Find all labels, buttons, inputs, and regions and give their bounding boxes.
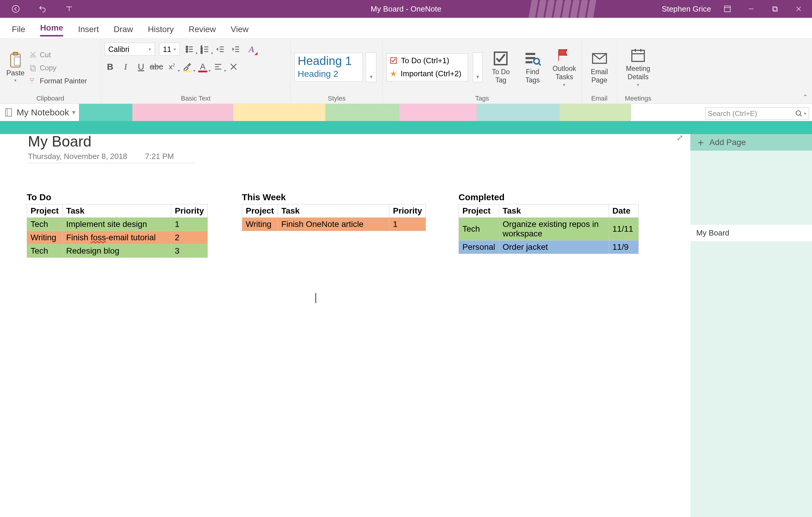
search-icon	[795, 110, 803, 118]
expand-icon[interactable]: ⤢	[676, 133, 683, 143]
window-title: My Board - OneNote	[371, 4, 441, 13]
tags-expand-button[interactable]: ▾	[473, 53, 483, 82]
ribbon-group-clipboard: Paste ▾ Cut Copy Format Painter Clipboar…	[0, 38, 101, 103]
outlook-tasks-button[interactable]: Outlook Tasks▾	[551, 47, 578, 88]
delete-button[interactable]	[228, 61, 239, 72]
strikethrough-button[interactable]: abc	[151, 61, 162, 72]
styles-expand-button[interactable]: ▾	[366, 53, 376, 82]
board-completed[interactable]: Completed Project Task Date Tech Organiz…	[459, 192, 642, 254]
ribbon-group-label: Clipboard	[4, 93, 97, 102]
board-title: This Week	[242, 192, 426, 202]
menu-insert[interactable]: Insert	[78, 25, 99, 36]
star-icon: ★	[390, 69, 397, 79]
notebook-icon	[4, 108, 13, 118]
notebook-row: My Notebook ▾ Search (Ctrl+E) ▾	[0, 104, 812, 121]
chevron-down-icon: ▾	[72, 109, 76, 116]
bold-button[interactable]: B	[105, 61, 116, 72]
paste-button[interactable]: Paste ▾	[4, 52, 27, 83]
find-tags-button[interactable]: Find Tags	[519, 50, 546, 84]
table-row[interactable]: Tech Implement site design 1	[27, 218, 208, 231]
svg-point-7	[30, 56, 32, 58]
ribbon-display-icon[interactable]	[720, 1, 735, 16]
underline-button[interactable]: U	[135, 61, 147, 72]
board-title: To Do	[27, 192, 208, 202]
back-icon[interactable]	[8, 1, 23, 16]
chevron-down-icon: ▾	[563, 82, 566, 88]
undo-icon[interactable]	[35, 1, 50, 16]
ribbon-group-label: Tags	[386, 93, 578, 102]
maximize-icon[interactable]	[767, 1, 782, 16]
minimize-icon[interactable]	[744, 1, 759, 16]
ribbon-group-label: Email	[585, 93, 613, 102]
bullets-button[interactable]: ▾	[184, 43, 195, 55]
menu-draw[interactable]: Draw	[114, 25, 133, 36]
format-painter-button[interactable]: Format Painter	[29, 77, 87, 85]
font-selector[interactable]: Calibri▾	[105, 43, 155, 56]
menu-home[interactable]: Home	[40, 23, 63, 36]
table-row[interactable]: Tech Redesign blog 3	[27, 244, 208, 258]
page-date: Thursday, November 8, 2018	[28, 152, 127, 161]
page-title[interactable]: My Board	[28, 133, 194, 150]
add-page-button[interactable]: ＋ Add Page	[690, 134, 812, 151]
ribbon-group-meetings: Meeting Details▾ Meetings	[617, 38, 659, 103]
search-input[interactable]: Search (Ctrl+E) ▾	[705, 108, 809, 120]
chevron-down-icon: ▾	[804, 111, 806, 116]
table-header-row: Project Task Date	[459, 204, 639, 218]
superscript-button[interactable]: x2▾	[166, 61, 177, 72]
tags-gallery[interactable]: To Do (Ctrl+1) ★Important (Ctrl+2)	[386, 53, 468, 81]
cut-button[interactable]: Cut	[29, 51, 87, 59]
chevron-down-icon: ▾	[209, 68, 211, 73]
chevron-down-icon: ▾	[14, 78, 17, 83]
italic-button[interactable]: I	[120, 61, 131, 72]
email-page-button[interactable]: Email Page	[585, 50, 613, 84]
ribbon: ⌃ Paste ▾ Cut Copy Format Painter Clipbo…	[0, 38, 812, 104]
page-canvas[interactable]: ⤢ My Board Thursday, November 8, 2018 7:…	[0, 121, 690, 517]
styles-gallery[interactable]: Heading 1 Heading 2	[294, 53, 363, 82]
chevron-down-icon: ▾	[174, 47, 176, 52]
table-row[interactable]: Personal Order jacket 11/9	[459, 241, 639, 254]
svg-point-22	[534, 58, 540, 64]
svg-rect-20	[526, 57, 535, 59]
page-list-item[interactable]: My Board	[690, 225, 812, 241]
qat-customize-icon[interactable]	[62, 1, 77, 16]
table-row[interactable]: Writing Finish OneNote article 1	[242, 218, 426, 231]
font-color-button[interactable]: A▾	[197, 61, 208, 72]
workspace: ⤢ My Board Thursday, November 8, 2018 7:…	[0, 121, 812, 517]
board-todo[interactable]: To Do Project Task Priority Tech Impleme…	[27, 192, 208, 258]
svg-point-11	[186, 46, 187, 48]
highlight-button[interactable]: ▾	[182, 61, 193, 72]
todo-tag-button[interactable]: To Do Tag	[487, 50, 514, 84]
copy-button[interactable]: Copy	[29, 64, 87, 72]
numbering-button[interactable]: 123▾	[199, 43, 211, 55]
align-button[interactable]: ▾	[212, 61, 224, 72]
board-title: Completed	[459, 192, 642, 202]
section-tabs[interactable]	[79, 104, 705, 121]
close-icon[interactable]	[791, 1, 806, 16]
table-row[interactable]: Tech Organize existing repos in workspac…	[459, 218, 639, 241]
clear-formatting-button[interactable]: A◢	[246, 43, 257, 55]
menu-file[interactable]: File	[12, 25, 25, 36]
chevron-down-icon: ▾	[637, 82, 639, 88]
page-title-block[interactable]: My Board Thursday, November 8, 2018 7:21…	[28, 133, 194, 163]
ribbon-group-styles: Heading 1 Heading 2 ▾ Styles	[291, 38, 383, 103]
menu-review[interactable]: Review	[188, 25, 216, 36]
collapse-ribbon-icon[interactable]: ⌃	[803, 93, 808, 101]
board-this-week[interactable]: This Week Project Task Priority Writing …	[242, 192, 426, 231]
meeting-details-button[interactable]: Meeting Details▾	[623, 47, 653, 88]
svg-rect-2	[773, 7, 777, 11]
outdent-button[interactable]	[215, 43, 226, 55]
notebook-selector[interactable]: My Notebook ▾	[0, 104, 79, 121]
font-size-selector[interactable]: 11▾	[159, 43, 180, 56]
title-bar: My Board - OneNote Stephen Grice	[0, 0, 812, 18]
svg-point-26	[796, 111, 801, 115]
indent-button[interactable]	[230, 43, 241, 55]
table-header-row: Project Task Priority	[27, 204, 208, 218]
menu-view[interactable]: View	[231, 25, 249, 36]
user-name[interactable]: Stephen Grice	[662, 4, 711, 13]
menu-history[interactable]: History	[148, 25, 174, 36]
table-row[interactable]: Writing Finish foss-email tutorial 2	[27, 231, 208, 244]
svg-rect-24	[632, 51, 644, 61]
page-list-pane: ＋ Add Page My Board	[690, 121, 812, 517]
chevron-down-icon: ▾	[196, 51, 198, 56]
ribbon-group-tags: To Do (Ctrl+1) ★Important (Ctrl+2) ▾ To …	[383, 38, 582, 103]
